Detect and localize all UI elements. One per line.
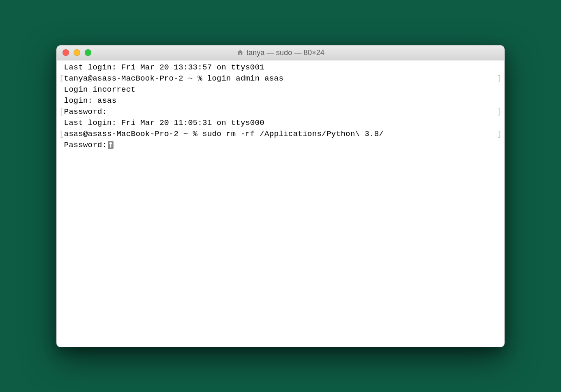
home-icon	[236, 49, 244, 56]
terminal-line: login: asas	[59, 95, 502, 106]
terminal-text: Last login: Fri Mar 20 13:33:57 on ttys0…	[64, 62, 502, 73]
window-title: tanya — sudo — 80×24	[236, 48, 325, 57]
prompt-bracket-right: ]	[497, 106, 502, 118]
terminal-line: Last login: Fri Mar 20 13:33:57 on ttys0…	[59, 62, 502, 73]
window-title-text: tanya — sudo — 80×24	[246, 48, 325, 57]
traffic-lights	[63, 49, 91, 56]
prompt-bracket-right: ]	[497, 129, 502, 140]
terminal-text: login: asas	[64, 95, 502, 106]
terminal-window: tanya — sudo — 80×24 Last login: Fri Mar…	[56, 45, 505, 347]
terminal-line: Password:	[59, 140, 502, 151]
terminal-text: Password:	[64, 106, 497, 118]
prompt-bracket-left: [	[59, 106, 64, 118]
terminal-line: Last login: Fri Mar 20 11:05:31 on ttys0…	[59, 118, 502, 129]
terminal-content[interactable]: Last login: Fri Mar 20 13:33:57 on ttys0…	[57, 60, 504, 347]
terminal-text: Last login: Fri Mar 20 11:05:31 on ttys0…	[64, 118, 502, 129]
terminal-line: [tanya@asass-MacBook-Pro-2 ~ % login adm…	[59, 73, 502, 84]
window-titlebar[interactable]: tanya — sudo — 80×24	[57, 46, 504, 60]
terminal-line: [Password:]	[59, 106, 502, 118]
minimize-button[interactable]	[74, 49, 80, 56]
prompt-bracket-left: [	[59, 73, 64, 84]
prompt-bracket-left	[59, 140, 64, 151]
prompt-bracket-left	[59, 118, 64, 129]
password-prompt: Password:	[64, 140, 107, 151]
prompt-bracket-right: ]	[497, 73, 502, 84]
prompt-bracket-left: [	[59, 129, 64, 140]
terminal-text: tanya@asass-MacBook-Pro-2 ~ % login admi…	[64, 73, 497, 84]
prompt-bracket-left	[59, 62, 64, 73]
terminal-line: Login incorrect	[59, 84, 502, 95]
maximize-button[interactable]	[85, 49, 91, 56]
terminal-text: asas@asass-MacBook-Pro-2 ~ % sudo rm -rf…	[64, 129, 497, 140]
terminal-line: [asas@asass-MacBook-Pro-2 ~ % sudo rm -r…	[59, 129, 502, 140]
prompt-bracket-left	[59, 95, 64, 106]
terminal-text: Login incorrect	[64, 84, 502, 95]
prompt-bracket-left	[59, 84, 64, 95]
close-button[interactable]	[63, 49, 69, 56]
key-icon	[108, 141, 114, 149]
